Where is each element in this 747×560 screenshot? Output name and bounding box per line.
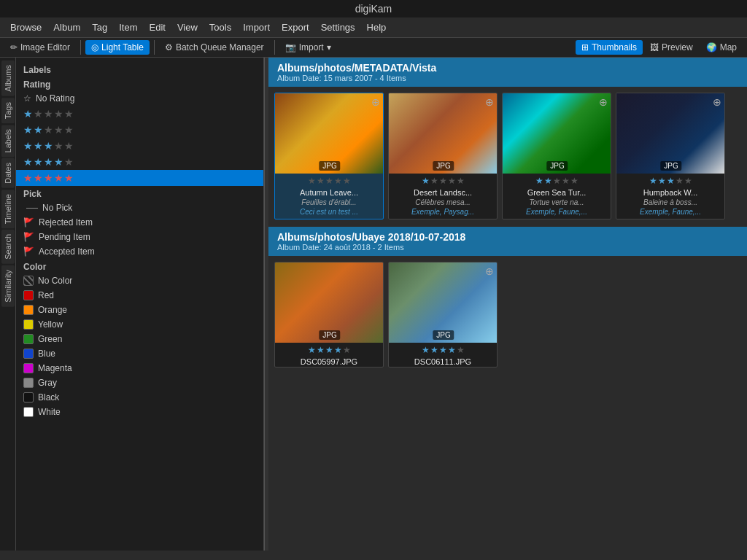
- star-2-2: ★: [34, 124, 43, 136]
- thumb-lake-title: DSC06111.JPG: [389, 357, 497, 367]
- thumb-whale[interactable]: JPG ⊕ ★ ★ ★ ★ ★ Humpback W... Baleine à …: [616, 93, 725, 219]
- color-white[interactable]: White: [16, 405, 263, 419]
- pick-rejected[interactable]: 🚩 Rejected Item: [16, 215, 263, 230]
- star-empty-3: ★: [44, 108, 53, 120]
- white-swatch: [23, 407, 34, 417]
- thumb-lake-img-area: JPG ⊕: [389, 262, 498, 343]
- sidebar-tab-tags[interactable]: Tags: [1, 98, 15, 123]
- batch-queue-button[interactable]: ⚙ Batch Queue Manager: [159, 40, 270, 55]
- pending-label: Pending Item: [39, 232, 90, 242]
- star-4-2: ★: [34, 156, 43, 168]
- star-4-1: ★: [23, 156, 33, 168]
- menu-edit[interactable]: Edit: [144, 20, 169, 34]
- star-5-5: ★: [64, 172, 74, 184]
- thumb-autumn-img-area: JPG ⊕: [275, 93, 384, 174]
- no-pick-label: No Pick: [42, 203, 72, 213]
- pending-flag-icon: 🚩: [23, 232, 34, 242]
- thumb-lake-star-4: ★: [448, 345, 456, 355]
- import-button[interactable]: 📷 Import ▾: [279, 40, 337, 55]
- menu-view[interactable]: View: [173, 20, 202, 34]
- thumb-turtle-stars: ★ ★ ★ ★ ★: [503, 174, 611, 187]
- thumb-dog[interactable]: JPG ⊕ ★ ★ ★ ★ ★ DSC05997.JPG: [274, 262, 384, 368]
- thumb-desert-badge: JPG: [433, 161, 454, 171]
- thumb-autumn[interactable]: JPG ⊕ ★ ★ ★ ★ ★ Autumn Leave... Feuilles…: [274, 93, 384, 219]
- black-swatch: [23, 392, 34, 402]
- star-4-3: ★: [44, 156, 53, 168]
- star-4-5: ★: [64, 156, 74, 168]
- batch-queue-label: Batch Queue Manager: [176, 42, 264, 52]
- thumb-lake-star-5: ★: [457, 345, 465, 355]
- thumb-dog-stars: ★ ★ ★ ★ ★: [275, 343, 383, 357]
- orange-label: Orange: [38, 305, 67, 315]
- thumbnails-icon: ⊞: [581, 42, 589, 52]
- color-orange[interactable]: Orange: [16, 303, 263, 317]
- thumb-whale-star-3: ★: [667, 176, 675, 186]
- color-red[interactable]: Red: [16, 288, 263, 303]
- rating-5star[interactable]: ★ ★ ★ ★ ★: [16, 170, 263, 186]
- magenta-swatch: [23, 363, 34, 373]
- menu-tools[interactable]: Tools: [205, 20, 236, 34]
- thumb-whale-globe-icon: ⊕: [713, 96, 721, 108]
- star-3-5: ★: [64, 140, 74, 152]
- thumb-desert-globe-icon: ⊕: [485, 96, 494, 108]
- thumb-autumn-subtitle: Feuilles d'érabl...: [275, 198, 383, 207]
- color-magenta[interactable]: Magenta: [16, 361, 263, 376]
- color-black[interactable]: Black: [16, 390, 263, 405]
- menu-item[interactable]: Item: [115, 20, 142, 34]
- thumb-dog-title: DSC05997.JPG: [275, 357, 383, 367]
- color-no-color[interactable]: No Color: [16, 273, 263, 288]
- thumb-lake[interactable]: JPG ⊕ ★ ★ ★ ★ ★ DSC06111.JPG: [388, 262, 498, 368]
- menu-help[interactable]: Help: [363, 20, 391, 34]
- map-button[interactable]: 🌍 Map: [700, 40, 743, 55]
- pick-no-pick[interactable]: No Pick: [16, 201, 263, 215]
- menu-import[interactable]: Import: [239, 20, 274, 34]
- thumb-desert-star-1: ★: [422, 176, 430, 186]
- image-editor-button[interactable]: ✏ Image Editor: [4, 40, 76, 55]
- content-area: Albums/photos/METADATA/Vista Album Date:…: [268, 58, 747, 551]
- pick-pending[interactable]: 🚩 Pending Item: [16, 230, 263, 244]
- sidebar-tab-labels[interactable]: Labels: [1, 125, 15, 157]
- sidebar-tab-albums[interactable]: Albums: [1, 61, 15, 96]
- green-swatch: [23, 334, 34, 344]
- sidebar-tab-similarity[interactable]: Similarity: [1, 265, 15, 307]
- import-dropdown-icon: ▾: [327, 42, 331, 52]
- thumb-desert[interactable]: JPG ⊕ ★ ★ ★ ★ ★ Desert Landsc... Célèbre…: [388, 93, 498, 219]
- pick-section-title: Pick: [16, 186, 263, 201]
- color-gray[interactable]: Gray: [16, 376, 263, 390]
- light-table-button[interactable]: ◎ Light Table: [85, 40, 150, 55]
- color-yellow[interactable]: Yellow: [16, 317, 263, 332]
- color-blue[interactable]: Blue: [16, 346, 263, 361]
- thumb-whale-star-4: ★: [676, 176, 684, 186]
- image-editor-label: Image Editor: [20, 42, 70, 52]
- preview-button[interactable]: 🖼 Preview: [644, 40, 699, 55]
- star-3-1: ★: [23, 140, 33, 152]
- sidebar-tab-timeline[interactable]: Timeline: [1, 190, 15, 228]
- sidebar-tab-search[interactable]: Search: [1, 230, 15, 264]
- thumb-turtle[interactable]: JPG ⊕ ★ ★ ★ ★ ★ Green Sea Tur... Tortue …: [502, 93, 611, 219]
- green-label: Green: [38, 334, 62, 344]
- thumb-autumn-star-2: ★: [317, 176, 325, 186]
- thumb-desert-title: Desert Landsc...: [389, 187, 497, 198]
- color-section-title: Color: [16, 259, 263, 273]
- sidebar-tab-dates[interactable]: Dates: [1, 158, 15, 188]
- yellow-label: Yellow: [38, 319, 63, 330]
- main-layout: Albums Tags Labels Dates Timeline Search…: [0, 58, 747, 551]
- rating-2star[interactable]: ★ ★ ★ ★ ★: [16, 122, 263, 138]
- orange-swatch: [23, 305, 34, 315]
- color-green[interactable]: Green: [16, 332, 263, 346]
- rating-no-rating[interactable]: ☆ No Rating: [16, 91, 263, 106]
- rating-4star[interactable]: ★ ★ ★ ★ ★: [16, 154, 263, 170]
- menu-export[interactable]: Export: [277, 20, 314, 34]
- thumbnails-button[interactable]: ⊞ Thumbnails: [576, 40, 643, 55]
- thumb-autumn-comment: Ceci est un test ...: [275, 207, 383, 219]
- menu-album[interactable]: Album: [49, 20, 85, 34]
- no-color-swatch: [23, 276, 34, 286]
- rating-3star[interactable]: ★ ★ ★ ★ ★: [16, 138, 263, 154]
- star-5-1: ★: [23, 172, 33, 184]
- menu-browse[interactable]: Browse: [6, 20, 46, 34]
- pick-accepted[interactable]: 🚩 Accepted Item: [16, 244, 263, 259]
- menu-tag[interactable]: Tag: [88, 20, 112, 34]
- rating-1star[interactable]: ★ ★ ★ ★ ★: [16, 106, 263, 122]
- thumb-turtle-subtitle: Tortue verte na...: [503, 198, 611, 207]
- menu-settings[interactable]: Settings: [317, 20, 360, 34]
